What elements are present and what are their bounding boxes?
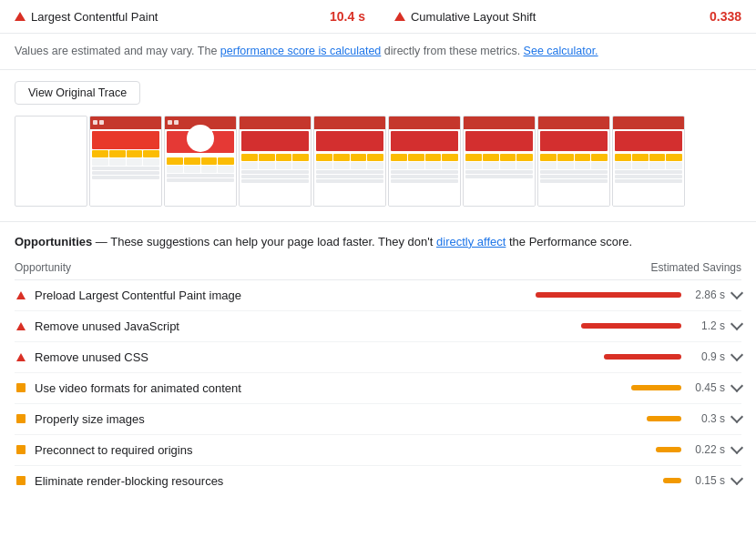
frame-body bbox=[240, 129, 311, 206]
opp-bar-area: 0.22 s bbox=[559, 443, 741, 456]
frame-grid-item bbox=[442, 154, 458, 161]
frame-inner bbox=[389, 117, 460, 206]
chevron-down-icon[interactable] bbox=[730, 441, 743, 454]
opp-label: Remove unused CSS bbox=[35, 350, 552, 364]
opp-bar-area: 0.9 s bbox=[559, 350, 741, 363]
frame-grid-item bbox=[516, 162, 533, 169]
frame-inner bbox=[538, 117, 609, 206]
frame-grid-item bbox=[109, 150, 126, 157]
filmstrip-frame bbox=[239, 116, 312, 207]
lcp-value: 10.4 s bbox=[330, 9, 365, 24]
opp-label: Preconnect to required origins bbox=[35, 443, 552, 457]
opp-row[interactable]: Remove unused JavaScript1.2 s bbox=[15, 311, 741, 342]
frame-grid-item bbox=[276, 162, 292, 169]
frame-grid bbox=[92, 150, 159, 166]
view-original-trace-button[interactable]: View Original Trace bbox=[15, 81, 140, 105]
frame-dot bbox=[93, 120, 97, 125]
filmstrip bbox=[0, 116, 756, 221]
frame-grid-item bbox=[92, 150, 108, 157]
frame-header bbox=[314, 117, 385, 129]
chevron-down-icon[interactable] bbox=[730, 380, 743, 392]
frame-row bbox=[391, 170, 458, 174]
opp-label: Remove unused JavaScript bbox=[35, 319, 552, 333]
frame-body bbox=[538, 129, 609, 206]
frame-grid-item bbox=[557, 162, 574, 169]
frame-grid-item bbox=[540, 154, 557, 161]
frame-grid-item bbox=[465, 154, 482, 161]
opp-savings: 2.86 s bbox=[689, 289, 725, 301]
frame-banner bbox=[465, 131, 533, 151]
frame-body bbox=[464, 129, 535, 206]
frame-row bbox=[391, 179, 458, 183]
frame-grid-item bbox=[649, 162, 666, 169]
frame-grid-item bbox=[666, 162, 682, 169]
frame-img bbox=[187, 129, 214, 152]
chevron-down-icon[interactable] bbox=[730, 410, 743, 423]
triangle-red-icon bbox=[16, 291, 26, 299]
opp-row[interactable]: Eliminate render-blocking resources0.15 … bbox=[15, 466, 741, 496]
frame-grid bbox=[391, 154, 458, 169]
opp-bar-area: 0.15 s bbox=[559, 474, 741, 487]
frame-row bbox=[241, 170, 309, 174]
frame-header bbox=[240, 117, 311, 129]
square-orange-icon bbox=[16, 476, 26, 485]
frame-grid-item bbox=[201, 166, 218, 173]
opp-row[interactable]: Remove unused CSS0.9 s bbox=[15, 342, 741, 373]
frame-grid-item bbox=[615, 154, 631, 161]
chevron-down-icon[interactable] bbox=[730, 349, 743, 361]
directly-affect-link[interactable]: directly affect bbox=[436, 235, 506, 248]
perf-score-link[interactable]: performance score is calculated bbox=[220, 45, 381, 57]
filmstrip-frame bbox=[164, 116, 237, 207]
opp-bar-area: 0.45 s bbox=[559, 381, 741, 394]
frame-grid bbox=[167, 157, 234, 173]
frame-row bbox=[391, 175, 458, 178]
frame-inner bbox=[240, 117, 311, 206]
frame-body bbox=[314, 129, 385, 206]
frame-grid-item bbox=[276, 154, 292, 161]
chevron-down-icon[interactable] bbox=[730, 287, 743, 299]
frame-grid-item bbox=[184, 166, 200, 173]
opp-row[interactable]: Preconnect to required origins0.22 s bbox=[15, 435, 741, 466]
opp-bar-fill bbox=[656, 447, 681, 452]
frame-row bbox=[615, 170, 682, 174]
square-orange-icon bbox=[16, 414, 26, 423]
frame-grid-item bbox=[575, 162, 591, 169]
cls-warning-icon bbox=[394, 12, 405, 21]
chevron-down-icon[interactable] bbox=[730, 318, 743, 330]
filmstrip-frame bbox=[313, 116, 386, 207]
frame-grid-item bbox=[259, 162, 275, 169]
frame-grid-item bbox=[666, 154, 682, 161]
calculator-link[interactable]: See calculator. bbox=[524, 45, 598, 57]
opp-row[interactable]: Use video formats for animated content0.… bbox=[15, 373, 741, 404]
frame-grid-item bbox=[591, 154, 608, 161]
opp-bar-area: 0.3 s bbox=[559, 412, 741, 425]
frame-grid-item bbox=[167, 166, 183, 173]
opp-row[interactable]: Preload Largest Contentful Paint image2.… bbox=[15, 280, 741, 311]
frame-inner bbox=[90, 117, 161, 206]
filmstrip-frame bbox=[15, 116, 87, 207]
frame-row bbox=[540, 175, 608, 178]
frame-grid bbox=[615, 154, 682, 169]
frame-grid-item bbox=[351, 154, 367, 161]
opp-label: Properly size images bbox=[35, 412, 552, 426]
filmstrip-frame bbox=[537, 116, 610, 207]
frame-banner bbox=[167, 131, 234, 153]
frame-row bbox=[241, 179, 309, 183]
frame-banner bbox=[92, 131, 159, 149]
frame-banner bbox=[615, 131, 682, 151]
frame-inner bbox=[613, 117, 684, 206]
frame-grid-item bbox=[259, 154, 275, 161]
frame-grid-item bbox=[391, 162, 407, 169]
frame-grid-item bbox=[408, 162, 424, 169]
cls-value: 0.338 bbox=[710, 9, 741, 24]
frame-body bbox=[389, 129, 460, 206]
frame-grid-item bbox=[483, 154, 499, 161]
opp-row[interactable]: Properly size images0.3 s bbox=[15, 404, 741, 435]
opp-bar-area: 2.86 s bbox=[536, 289, 741, 301]
opp-bar-area: 1.2 s bbox=[559, 319, 741, 332]
chevron-down-icon[interactable] bbox=[730, 472, 743, 485]
frame-grid-item bbox=[316, 162, 332, 169]
opp-savings: 0.22 s bbox=[689, 443, 725, 456]
frame-grid-item bbox=[333, 162, 350, 169]
frame-row bbox=[92, 167, 159, 170]
